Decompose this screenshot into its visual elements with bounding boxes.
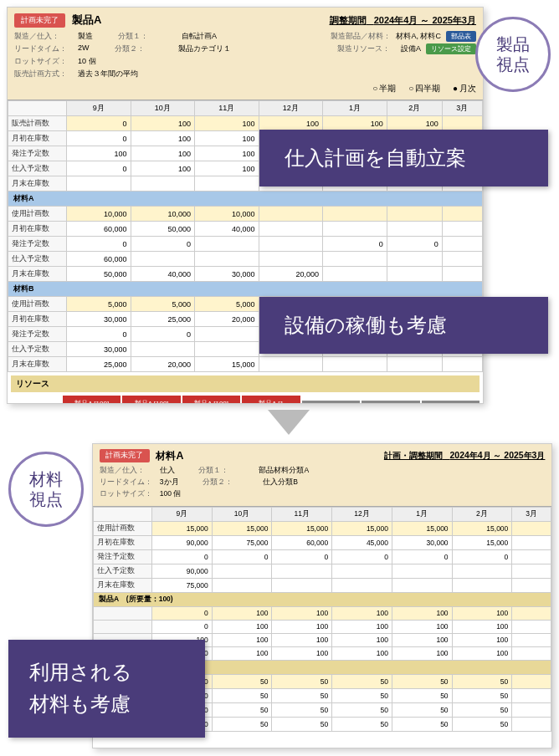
cell[interactable]: 30,000 bbox=[67, 312, 131, 327]
cell[interactable] bbox=[195, 327, 259, 342]
cell[interactable]: 100 bbox=[332, 606, 392, 620]
cell[interactable]: 15,000 bbox=[212, 521, 272, 535]
cell[interactable]: 50,000 bbox=[131, 222, 195, 237]
cell[interactable] bbox=[442, 357, 482, 372]
cell[interactable]: 100 bbox=[195, 131, 259, 146]
cell[interactable]: 100 bbox=[387, 116, 442, 131]
cell[interactable]: 50 bbox=[392, 674, 452, 688]
resource-block[interactable]: 製品A [1 bbox=[242, 396, 300, 404]
cell[interactable]: 0 bbox=[152, 620, 213, 633]
cell[interactable] bbox=[212, 578, 272, 592]
cell[interactable]: 100 bbox=[212, 633, 272, 646]
cell[interactable] bbox=[131, 342, 195, 357]
cell[interactable] bbox=[442, 116, 482, 131]
cell[interactable]: 100 bbox=[272, 606, 332, 620]
cell[interactable]: 30,000 bbox=[392, 535, 452, 549]
cell[interactable]: 100 bbox=[131, 131, 195, 146]
cell[interactable] bbox=[392, 578, 452, 592]
cell[interactable]: 100 bbox=[272, 646, 332, 660]
cell[interactable] bbox=[272, 578, 332, 592]
cell[interactable]: 25,000 bbox=[131, 312, 195, 327]
cell[interactable]: 100 bbox=[452, 606, 512, 620]
cell[interactable]: 20,000 bbox=[195, 312, 259, 327]
cell[interactable]: 15,000 bbox=[392, 521, 452, 535]
cell[interactable]: 50 bbox=[392, 717, 452, 731]
cell[interactable]: 15,000 bbox=[152, 521, 213, 535]
cell[interactable]: 90,000 bbox=[152, 564, 213, 578]
cell[interactable]: 40,000 bbox=[195, 222, 259, 237]
cell[interactable]: 100 bbox=[392, 620, 452, 633]
cell[interactable] bbox=[512, 549, 551, 564]
cell[interactable]: 15,000 bbox=[332, 521, 392, 535]
cell[interactable] bbox=[442, 252, 482, 267]
cell[interactable]: 100 bbox=[272, 633, 332, 646]
cell[interactable]: 50 bbox=[332, 717, 392, 731]
cell[interactable] bbox=[512, 578, 551, 592]
cell[interactable]: 100 bbox=[195, 116, 259, 131]
cell[interactable] bbox=[452, 564, 512, 578]
cell[interactable]: 50 bbox=[212, 674, 272, 688]
cell[interactable]: 0 bbox=[452, 549, 512, 564]
cell[interactable]: 60,000 bbox=[67, 252, 131, 267]
cell[interactable]: 50 bbox=[272, 688, 332, 702]
cell[interactable] bbox=[442, 267, 482, 282]
cell[interactable]: 100 bbox=[212, 606, 272, 620]
cell[interactable] bbox=[512, 646, 551, 660]
cell[interactable]: 100 bbox=[452, 633, 512, 646]
cell[interactable] bbox=[195, 237, 259, 252]
cell[interactable] bbox=[332, 564, 392, 578]
cell[interactable]: 60,000 bbox=[67, 222, 131, 237]
cell[interactable]: 15,000 bbox=[272, 521, 332, 535]
cell[interactable]: 30,000 bbox=[195, 267, 259, 282]
cell[interactable] bbox=[512, 564, 551, 578]
cell[interactable] bbox=[131, 252, 195, 267]
cell[interactable]: 100 bbox=[195, 146, 259, 161]
cell[interactable]: 100 bbox=[131, 161, 195, 176]
cell[interactable]: 100 bbox=[195, 161, 259, 176]
cell[interactable]: 100 bbox=[332, 646, 392, 660]
cell[interactable] bbox=[195, 342, 259, 357]
cell[interactable]: 100 bbox=[272, 620, 332, 633]
cell[interactable] bbox=[195, 252, 259, 267]
cell[interactable]: 100 bbox=[131, 146, 195, 161]
cell[interactable]: 50 bbox=[332, 688, 392, 702]
cell[interactable] bbox=[259, 357, 323, 372]
cell[interactable]: 15,000 bbox=[195, 357, 259, 372]
cell[interactable]: 50 bbox=[452, 717, 512, 731]
cell[interactable] bbox=[387, 357, 442, 372]
cell[interactable]: 10,000 bbox=[67, 207, 131, 222]
resource-button[interactable]: リソース設定 bbox=[426, 43, 476, 54]
cell[interactable]: 0 bbox=[323, 237, 387, 252]
cell[interactable] bbox=[259, 222, 323, 237]
cell[interactable]: 100 bbox=[212, 620, 272, 633]
cell[interactable]: 90,000 bbox=[152, 535, 213, 549]
cell[interactable] bbox=[195, 176, 259, 192]
cell[interactable]: 15,000 bbox=[452, 535, 512, 549]
cell[interactable]: 50 bbox=[452, 674, 512, 688]
cell[interactable]: 100 bbox=[67, 146, 131, 161]
cell[interactable]: 25,000 bbox=[67, 357, 131, 372]
cell[interactable] bbox=[259, 207, 323, 222]
period-toggle[interactable]: 半期 四半期 月次 bbox=[14, 83, 476, 94]
cell[interactable]: 100 bbox=[259, 116, 323, 131]
cell[interactable] bbox=[512, 521, 551, 535]
cell[interactable]: 50 bbox=[452, 688, 512, 702]
parts-button[interactable]: 部品表 bbox=[446, 31, 476, 42]
cell[interactable] bbox=[67, 176, 131, 192]
cell[interactable]: 0 bbox=[212, 549, 272, 564]
cell[interactable] bbox=[323, 222, 387, 237]
cell[interactable] bbox=[512, 620, 551, 633]
cell[interactable] bbox=[131, 176, 195, 192]
cell[interactable] bbox=[392, 564, 452, 578]
cell[interactable]: 0 bbox=[387, 237, 442, 252]
cell[interactable]: 0 bbox=[67, 131, 131, 146]
cell[interactable]: 0 bbox=[131, 237, 195, 252]
cell[interactable]: 15,000 bbox=[452, 521, 512, 535]
cell[interactable]: 0 bbox=[67, 116, 131, 131]
cell[interactable]: 100 bbox=[392, 646, 452, 660]
cell[interactable]: 100 bbox=[131, 116, 195, 131]
cell[interactable]: 20,000 bbox=[131, 357, 195, 372]
cell[interactable]: 100 bbox=[392, 633, 452, 646]
cell[interactable] bbox=[512, 633, 551, 646]
cell[interactable]: 100 bbox=[323, 116, 387, 131]
